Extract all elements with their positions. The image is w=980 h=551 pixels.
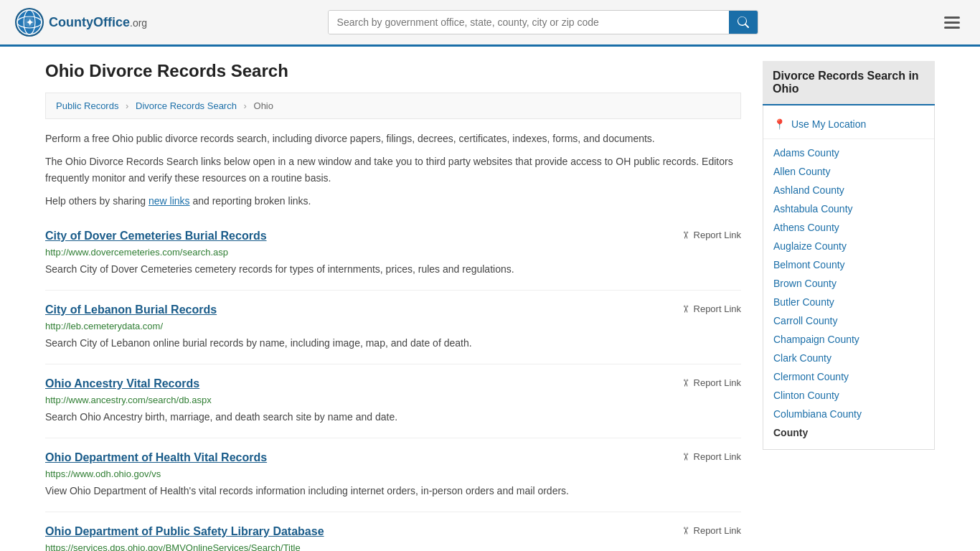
report-link-3[interactable]: ✂ Report Link [682,377,741,389]
pin-icon: 📍 [773,118,786,130]
scissors-icon: ✂ [680,453,692,461]
result-url[interactable]: http://www.dovercemeteries.com/search.as… [45,247,741,258]
sidebar-item-belmont-county[interactable]: Belmont County [763,255,934,274]
svg-text:✦: ✦ [26,17,34,28]
content-area: Ohio Divorce Records Search Public Recor… [45,61,741,551]
result-header: Ohio Department of Public Safety Library… [45,525,741,538]
sidebar: Divorce Records Search in Ohio 📍 Use My … [763,61,935,551]
result-header: City of Dover Cemeteries Burial Records … [45,230,741,242]
result-url[interactable]: http://www.ancestry.com/search/db.aspx [45,395,741,405]
scissors-icon: ✂ [680,231,692,240]
breadcrumb-link-public-records[interactable]: Public Records [56,100,118,111]
breadcrumb-link-divorce-search[interactable]: Divorce Records Search [136,100,237,111]
sidebar-content: 📍 Use My Location Adams County Allen Cou… [763,105,935,450]
report-link-label: Report Link [694,230,741,240]
result-title[interactable]: Ohio Ancestry Vital Records [45,377,199,390]
result-title[interactable]: City of Dover Cemeteries Burial Records [45,230,267,242]
result-item: Ohio Department of Public Safety Library… [45,512,741,551]
sidebar-item-athens-county[interactable]: Athens County [763,218,934,237]
scissors-icon: ✂ [680,305,692,314]
main-container: Ohio Divorce Records Search Public Recor… [31,47,949,551]
breadcrumb: Public Records › Divorce Records Search … [45,93,741,119]
sidebar-item-carroll-county[interactable]: Carroll County [763,311,934,330]
result-item: Ohio Ancestry Vital Records ✂ Report Lin… [45,364,741,438]
result-url[interactable]: http://leb.cemeterydata.com/ [45,321,741,331]
sidebar-item-adams-county[interactable]: Adams County [763,143,934,162]
search-icon [738,17,749,28]
sidebar-item-allen-county[interactable]: Allen County [763,162,934,181]
breadcrumb-sep-2: › [244,100,247,111]
search-button[interactable] [729,11,758,34]
sidebar-item-ashland-county[interactable]: Ashland County [763,181,934,199]
scissors-icon: ✂ [680,379,692,387]
logo-icon: ✦ [14,7,44,37]
report-link-label: Report Link [694,303,741,314]
report-link-label: Report Link [694,451,741,462]
use-location-label: Use My Location [791,118,866,130]
result-title[interactable]: Ohio Department of Public Safety Library… [45,525,324,538]
breadcrumb-sep-1: › [126,100,128,111]
intro-paragraph-3: Help others by sharing new links and rep… [45,193,741,209]
county-label: County [763,423,934,442]
sidebar-item-ashtabula-county[interactable]: Ashtabula County [763,199,934,218]
logo-text: CountyOffice.org [49,15,147,30]
search-bar [328,10,758,34]
result-header: Ohio Department of Health Vital Records … [45,451,741,464]
sidebar-item-clark-county[interactable]: Clark County [763,349,934,367]
sidebar-item-auglaize-county[interactable]: Auglaize County [763,237,934,255]
logo[interactable]: ✦ CountyOffice.org [14,7,147,37]
report-link-5[interactable]: ✂ Report Link [682,525,741,537]
result-title[interactable]: City of Lebanon Burial Records [45,303,217,316]
sidebar-item-brown-county[interactable]: Brown County [763,274,934,293]
new-links-link[interactable]: new links [149,195,190,207]
result-item: City of Lebanon Burial Records ✂ Report … [45,291,741,364]
intro-paragraph-2: The Ohio Divorce Records Search links be… [45,154,741,186]
report-link-1[interactable]: ✂ Report Link [682,230,741,241]
result-url[interactable]: https://www.odh.ohio.gov/vs [45,468,741,479]
result-header: City of Lebanon Burial Records ✂ Report … [45,303,741,316]
sidebar-item-clinton-county[interactable]: Clinton County [763,386,934,405]
search-area [328,10,758,34]
sidebar-item-columbiana-county[interactable]: Columbiana County [763,405,934,423]
result-desc: Search Ohio Ancestry birth, marriage, an… [45,410,741,425]
report-link-2[interactable]: ✂ Report Link [682,303,741,315]
result-desc: Search City of Dover Cemeteries cemetery… [45,262,741,277]
hamburger-menu[interactable] [938,11,966,34]
report-link-label: Report Link [694,525,741,536]
result-url[interactable]: https://services.dps.ohio.gov/BMVOnlineS… [45,542,741,551]
result-item: City of Dover Cemeteries Burial Records … [45,217,741,291]
result-desc: View Ohio Department of Health's vital r… [45,484,741,499]
intro-paragraph-1: Perform a free Ohio public divorce recor… [45,131,741,146]
search-input[interactable] [329,11,729,34]
sidebar-item-champaign-county[interactable]: Champaign County [763,330,934,349]
report-link-label: Report Link [694,377,741,388]
sidebar-item-butler-county[interactable]: Butler County [763,293,934,311]
use-my-location[interactable]: 📍 Use My Location [763,113,934,139]
scissors-icon: ✂ [680,527,692,535]
report-link-4[interactable]: ✂ Report Link [682,451,741,463]
result-item: Ohio Department of Health Vital Records … [45,438,741,512]
result-title[interactable]: Ohio Department of Health Vital Records [45,451,267,464]
result-header: Ohio Ancestry Vital Records ✂ Report Lin… [45,377,741,390]
result-desc: Search City of Lebanon online burial rec… [45,336,741,351]
sidebar-title: Divorce Records Search in Ohio [763,61,935,105]
site-header: ✦ CountyOffice.org [0,0,980,47]
breadcrumb-current: Ohio [254,100,273,111]
page-title: Ohio Divorce Records Search [45,61,741,81]
sidebar-item-clermont-county[interactable]: Clermont County [763,367,934,386]
